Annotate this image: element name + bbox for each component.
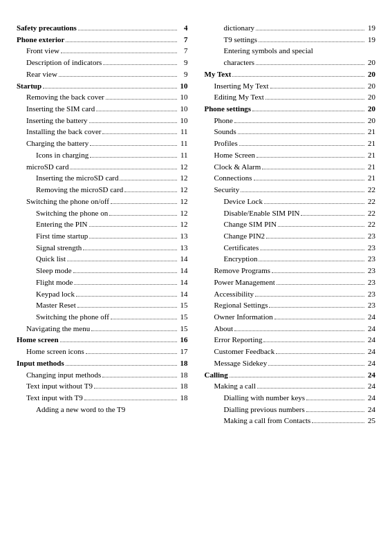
- toc-label: Home Screen: [214, 149, 256, 161]
- toc-label: Error Reporting: [214, 334, 263, 346]
- toc-entry: Home screen icons17: [17, 346, 188, 357]
- toc-page: 14: [177, 265, 188, 277]
- toc-entry: My Text20: [205, 68, 376, 80]
- toc-label: Owner Information: [214, 311, 273, 323]
- toc-entry: Front view7: [17, 45, 188, 57]
- toc-label: Quick list: [36, 253, 66, 265]
- toc-label: Description of indicators: [26, 57, 102, 68]
- toc-label: Entering symbols and special: [224, 45, 376, 57]
- toc-page: 13: [177, 242, 188, 254]
- toc-page: 18: [177, 357, 188, 369]
- toc-page: 23: [364, 253, 375, 265]
- toc-page: 12: [177, 172, 188, 184]
- toc-entry: Dialling with number keys24: [205, 392, 376, 404]
- toc-page: 20: [364, 80, 375, 92]
- toc-entry: Connections21: [205, 172, 376, 184]
- toc-label: Switching the phone off: [36, 311, 109, 323]
- toc-entry: T9 settings19: [205, 34, 376, 46]
- toc-label: Sounds: [214, 126, 236, 138]
- toc-label: Making a call from Contacts: [224, 415, 311, 427]
- toc-label: Entering the PIN: [36, 218, 88, 230]
- toc-entry: Text input without T918: [17, 380, 188, 392]
- toc-entry: microSD card12: [17, 161, 188, 173]
- toc-label: Message Sidekey: [214, 357, 268, 369]
- toc-entry: Navigating the menu15: [17, 323, 188, 335]
- toc-entry: Message Sidekey24: [205, 357, 376, 369]
- toc-label: Change SIM PIN: [224, 218, 277, 230]
- toc-label: Keypad lock: [36, 288, 75, 300]
- toc-page: 12: [177, 161, 188, 173]
- toc-page: 17: [177, 346, 188, 357]
- toc-label: Accessibility: [214, 288, 254, 300]
- toc-page: 23: [364, 288, 375, 300]
- toc-label: Connections: [214, 172, 252, 184]
- toc-page: 22: [364, 218, 375, 230]
- toc-label: Change PIN2: [224, 230, 265, 242]
- toc-page: 11: [177, 149, 188, 161]
- toc-label: Certificates: [224, 242, 259, 254]
- toc-page: 21: [364, 138, 375, 149]
- toc-page: 9: [177, 57, 188, 68]
- toc-entry: Switching the phone off15: [17, 311, 188, 323]
- toc-entry: Regional Settings23: [205, 299, 376, 311]
- toc-label: Rear view: [26, 68, 57, 80]
- toc-label: Inserting My Text: [214, 80, 269, 92]
- toc-label: My Text: [205, 68, 232, 80]
- toc-label: Customer Feedback: [214, 346, 275, 357]
- page: Safety precautions4Phone exterior7Front …: [0, 0, 392, 533]
- toc-page: 24: [364, 311, 375, 323]
- toc-label: Clock & Alarm: [214, 161, 261, 173]
- toc-entry: Flight mode14: [17, 277, 188, 288]
- toc-label: Input methods: [17, 357, 64, 369]
- toc-label: Device Lock: [224, 196, 263, 207]
- toc-entry: Startup10: [17, 80, 188, 92]
- toc-label: Home screen icons: [26, 346, 84, 357]
- toc-label: T9 settings: [224, 34, 258, 46]
- toc-label: Switching the phone on: [36, 207, 108, 219]
- toc-label: Adding a new word to the T9: [36, 405, 125, 413]
- toc-page: 24: [364, 380, 375, 392]
- toc-page: 24: [364, 369, 375, 381]
- toc-entry: Switching the phone on12: [17, 207, 188, 219]
- toc-entry: Disable/Enable SIM PIN22: [205, 207, 376, 219]
- toc-entry: Clock & Alarm21: [205, 161, 376, 173]
- toc-entry: Inserting the SIM card10: [17, 103, 188, 115]
- toc-entry: Installing the back cover11: [17, 126, 188, 138]
- toc-label: Encryption: [224, 253, 258, 265]
- toc-entry: Profiles21: [205, 138, 376, 149]
- toc-page: 15: [177, 299, 188, 311]
- toc-page: 14: [177, 288, 188, 300]
- toc-label: Startup: [17, 80, 41, 92]
- toc-label: Home screen: [17, 334, 59, 346]
- toc-entry: Switching the phone on/off12: [17, 196, 188, 207]
- toc-label: Dialling with number keys: [224, 392, 306, 404]
- toc-entry: Dialling previous numbers24: [205, 404, 376, 415]
- toc-entry: Home Screen21: [205, 149, 376, 161]
- toc-label: Installing the back cover: [26, 126, 101, 138]
- toc-page: 21: [364, 126, 375, 138]
- toc-label: Calling: [205, 369, 228, 381]
- toc-page: 20: [364, 103, 375, 115]
- toc-entry: Removing the microSD card12: [17, 184, 188, 196]
- toc-entry: Changing input methods18: [17, 369, 188, 381]
- toc-entry: Inserting the battery10: [17, 115, 188, 127]
- toc-page: 20: [364, 115, 375, 127]
- toc-entry: Owner Information24: [205, 311, 376, 323]
- toc-page: 14: [177, 253, 188, 265]
- toc-entry: Phone settings20: [205, 103, 376, 115]
- toc-page: 12: [177, 184, 188, 196]
- toc-entry: Charging the battery11: [17, 138, 188, 149]
- toc-page: 22: [364, 196, 375, 207]
- toc-page: 9: [177, 68, 188, 80]
- left-column: Safety precautions4Phone exterior7Front …: [17, 22, 196, 427]
- toc-page: 23: [364, 242, 375, 254]
- toc-entry: dictionary19: [205, 22, 376, 34]
- toc-page: 15: [177, 323, 188, 335]
- toc-page: 13: [177, 230, 188, 242]
- toc-entry: Inserting the microSD card12: [17, 172, 188, 184]
- toc-entry: Adding a new word to the T9: [17, 404, 188, 415]
- toc-entry: Description of indicators9: [17, 57, 188, 68]
- toc-label: Front view: [26, 45, 59, 57]
- toc-page: 10: [177, 103, 188, 115]
- right-column: dictionary19T9 settings19Entering symbol…: [196, 22, 376, 427]
